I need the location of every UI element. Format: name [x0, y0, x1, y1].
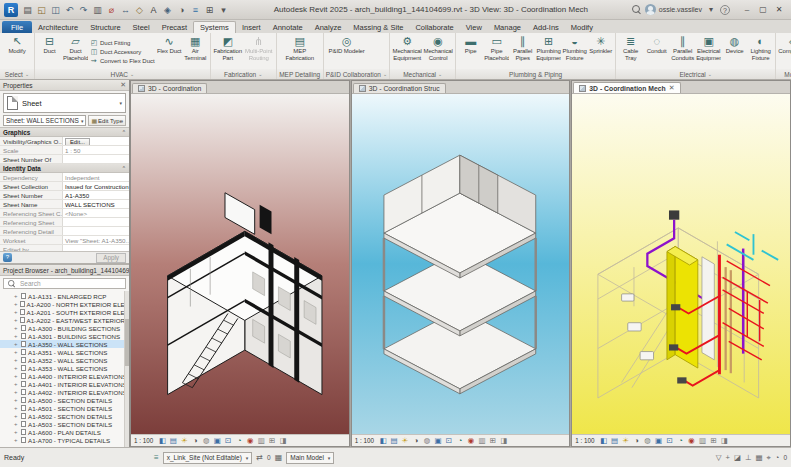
expand-icon[interactable]: +	[14, 309, 18, 315]
panel-label-mechanical[interactable]: Mechanical⌄	[390, 69, 455, 79]
expand-icon[interactable]: +	[14, 373, 19, 379]
show-constraints-icon[interactable]: ⊞	[267, 435, 277, 446]
panel-label-model[interactable]: Model	[776, 69, 791, 79]
minimize-button[interactable]: –	[739, 3, 755, 17]
view-tab-coordination-mech[interactable]: 3D - Coordination Mech ✕	[573, 82, 680, 93]
show-crop-region-icon[interactable]: ⊡	[665, 435, 675, 446]
expand-icon[interactable]: +	[14, 365, 19, 371]
measure-icon[interactable]: ⌀	[105, 3, 118, 17]
properties-help-icon[interactable]: ?	[3, 253, 12, 262]
browser-item[interactable]: +A1-A400 - INTERIOR ELEVATIONS	[0, 372, 129, 380]
customize-qat-icon[interactable]: ▾	[217, 3, 230, 17]
visual-style-icon[interactable]: ◧	[378, 435, 388, 446]
shadows-icon[interactable]: ◑	[190, 435, 200, 446]
modify-button[interactable]: ↖Modify	[2, 34, 32, 69]
convert-to-flex-duct-button[interactable]: ⇝Convert to Flex Duct	[90, 57, 155, 65]
worksharing-display-icon[interactable]: ◨	[499, 435, 509, 446]
select-underlay-toggle-icon[interactable]: ▦	[756, 453, 763, 462]
redo-icon[interactable]: ↷	[77, 3, 90, 17]
browser-item[interactable]: +A1-A353 - WALL SECTIONS	[0, 364, 129, 372]
editing-requests-icon[interactable]: ⇄	[256, 453, 263, 462]
view-tab-coordination-struc[interactable]: 3D - Coordination Struc	[353, 83, 446, 93]
panel-label-select[interactable]: Select⌄	[0, 69, 34, 79]
identity-data-group-header[interactable]: Identity Data	[0, 164, 129, 173]
help-icon[interactable]: ?	[720, 5, 730, 15]
reveal-hidden-elements-icon[interactable]: ◉	[687, 435, 697, 446]
drag-on-selection-toggle-icon[interactable]: +	[725, 453, 729, 462]
show-constraints-icon[interactable]: ⊞	[709, 435, 719, 446]
visibility-graphics-o-button[interactable]: Edit...	[65, 138, 90, 145]
duct-button[interactable]: ⊟Duct	[37, 34, 62, 69]
tab-annotate[interactable]: Annotate	[267, 22, 309, 33]
electrical-equipment-button[interactable]: ▣Electrical Equipment	[696, 34, 721, 69]
lighting-fixture-button[interactable]: ◐Lighting Fixture	[748, 34, 773, 69]
temporary-view-properties-icon[interactable]: ▥	[698, 435, 708, 446]
crop-view-icon[interactable]: ▣	[654, 435, 664, 446]
property-value[interactable]: A1-A350	[62, 191, 129, 199]
undo-icon[interactable]: ↶	[63, 3, 76, 17]
browser-item[interactable]: +A1-A352 - WALL SECTIONS	[0, 356, 129, 364]
browser-item[interactable]: +A1-A350 - WALL SECTIONS	[0, 340, 129, 348]
expand-icon[interactable]: +	[14, 357, 19, 363]
tab-add-ins[interactable]: Add-Ins	[527, 22, 565, 33]
multi-point-routing-button[interactable]: ⋔Multi-Point Routing	[244, 34, 274, 69]
crop-view-icon[interactable]: ▣	[433, 435, 443, 446]
rendering-dialog-icon[interactable]: ◍	[422, 435, 432, 446]
tab-view[interactable]: View	[460, 22, 488, 33]
property-value[interactable]: Edit...	[62, 137, 129, 145]
tab-massing-site[interactable]: Massing & Site	[347, 22, 409, 33]
plumbing-fixture-button[interactable]: ◒Plumbing Fixture	[562, 34, 587, 69]
property-value[interactable]: Independent	[62, 173, 129, 181]
property-value[interactable]	[62, 227, 129, 235]
temporary-view-properties-icon[interactable]: ▥	[477, 435, 487, 446]
air-terminal-button[interactable]: ▦Air Terminal	[183, 34, 208, 69]
apply-button[interactable]: Apply	[96, 253, 126, 263]
thin-lines-icon[interactable]: ≡	[189, 3, 202, 17]
detail-level-icon[interactable]: ▤	[610, 435, 620, 446]
close-button[interactable]: ✕	[771, 3, 787, 17]
edit-type-button[interactable]: ▦ Edit Type	[88, 115, 126, 126]
graphics-group-header[interactable]: Graphics	[0, 128, 129, 137]
expand-icon[interactable]: +	[14, 429, 19, 435]
sun-path-icon[interactable]: ☀	[179, 435, 189, 446]
panel-label-hvac[interactable]: HVAC⌄	[35, 69, 210, 79]
view-canvas-coordination[interactable]	[131, 94, 349, 434]
expand-icon[interactable]: +	[14, 421, 19, 427]
panel-label-fabrication[interactable]: Fabrication⌄	[211, 69, 276, 79]
tag-by-category-icon[interactable]: ◇	[133, 3, 146, 17]
view-canvas-coordination-mech[interactable]	[572, 94, 790, 434]
rendering-dialog-icon[interactable]: ◍	[643, 435, 653, 446]
property-value[interactable]: View "Sheet: A1-A350...	[62, 236, 129, 244]
view-tab-close-icon[interactable]: ✕	[669, 84, 675, 92]
tab-collaborate[interactable]: Collaborate	[409, 22, 459, 33]
visual-style-icon[interactable]: ◧	[599, 435, 609, 446]
panel-label-electrical[interactable]: Electrical⌄	[616, 69, 775, 79]
pipe-placeholder-button[interactable]: ▭Pipe Placeholder	[484, 34, 509, 69]
property-value[interactable]	[62, 245, 129, 251]
shadows-icon[interactable]: ◑	[411, 435, 421, 446]
view-scale[interactable]: 1 : 100	[355, 437, 374, 444]
browser-item[interactable]: +A1-A700 - TYPICAL DETAILS	[0, 436, 129, 444]
property-value[interactable]	[62, 218, 129, 226]
browser-item[interactable]: +A1-A131 - ENLARGED RCP	[0, 292, 129, 300]
active-workset-select[interactable]: x_Link_Site (Not Editable) ▾	[163, 452, 253, 464]
mechanical-equipment-button[interactable]: ⚙Mechanical Equipment	[392, 34, 422, 69]
browser-item[interactable]: +A1-A600 - PLAN DETAILS	[0, 428, 129, 436]
show-crop-region-icon[interactable]: ⊡	[223, 435, 233, 446]
property-value[interactable]: WALL SECTIONS	[62, 200, 129, 208]
print-icon[interactable]: ▥	[91, 3, 104, 17]
browser-item[interactable]: +A1-A503 - SECTION DETAILS	[0, 420, 129, 428]
browser-item[interactable]: +A1-A401 - INTERIOR ELEVATIONS	[0, 380, 129, 388]
property-value[interactable]	[62, 155, 129, 163]
project-browser-scrollbar[interactable]	[124, 291, 129, 447]
browser-item[interactable]: +A1-A402 - INTERIOR ELEVATIONS	[0, 388, 129, 396]
duct-accessory-button[interactable]: ◫Duct Accessory	[90, 48, 155, 56]
tab-steel[interactable]: Steel	[127, 22, 156, 33]
tab-systems[interactable]: Systems	[193, 21, 236, 33]
browser-item[interactable]: +A1-A502 - SECTION DETAILS	[0, 412, 129, 420]
instance-selector[interactable]: Sheet: WALL SECTIONS ▾	[3, 115, 86, 126]
save-icon[interactable]: ◫	[49, 3, 62, 17]
user-menu-arrow-icon[interactable]: ▾	[705, 5, 717, 14]
select-by-face-toggle-icon[interactable]: ◪	[734, 453, 741, 462]
property-value[interactable]: Issued for Construction	[62, 182, 129, 190]
